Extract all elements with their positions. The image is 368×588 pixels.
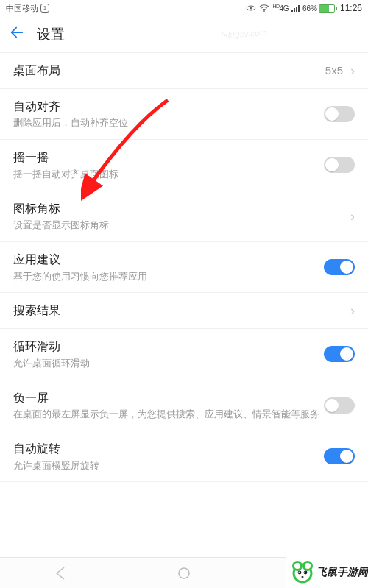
row-desc: 在桌面的最左屏显示负一屏，为您提供搜索、应用建议、情景智能等服务 bbox=[13, 408, 324, 421]
row-desc: 允许桌面循环滑动 bbox=[13, 358, 324, 370]
row-desc: 基于您的使用习惯向您推荐应用 bbox=[13, 271, 324, 283]
brand-text: 飞鼠手游网 bbox=[316, 566, 368, 579]
svg-point-9 bbox=[298, 571, 300, 573]
page-title: 设置 bbox=[37, 25, 65, 44]
eye-comfort-icon bbox=[246, 4, 256, 12]
row-title: 摇一摇 bbox=[13, 149, 324, 166]
row-title: 搜索结果 bbox=[13, 302, 350, 319]
row-desc: 摇一摇自动对齐桌面图标 bbox=[13, 169, 324, 181]
row-search-results[interactable]: 搜索结果 › bbox=[0, 293, 368, 329]
row-desktop-layout[interactable]: 桌面布局 5x5 › bbox=[0, 53, 368, 89]
row-title: 循环滑动 bbox=[13, 339, 324, 355]
battery-percent: 66% bbox=[302, 4, 317, 13]
switch-auto-rotate[interactable] bbox=[324, 448, 355, 464]
carrier-label: 中国移动 bbox=[6, 3, 38, 14]
row-title: 自动对齐 bbox=[13, 99, 324, 115]
row-auto-rotate[interactable]: 自动旋转 允许桌面横竖屏旋转 bbox=[0, 431, 368, 482]
row-app-suggestion[interactable]: 应用建议 基于您的使用习惯向您推荐应用 bbox=[0, 242, 368, 293]
svg-point-7 bbox=[298, 571, 302, 575]
row-title: 图标角标 bbox=[13, 201, 350, 217]
svg-point-2 bbox=[179, 568, 189, 578]
svg-point-11 bbox=[301, 576, 303, 578]
app-header: 设置 bbox=[0, 16, 368, 53]
back-button[interactable] bbox=[9, 24, 25, 45]
switch-shake[interactable] bbox=[324, 157, 355, 173]
row-title: 应用建议 bbox=[13, 252, 324, 268]
row-title: 负一屏 bbox=[13, 390, 324, 406]
row-title: 桌面布局 bbox=[13, 63, 325, 79]
status-right: HD4G 66% 11:26 bbox=[246, 3, 362, 13]
row-shake[interactable]: 摇一摇 摇一摇自动对齐桌面图标 bbox=[0, 140, 368, 191]
chevron-right-icon: › bbox=[350, 64, 355, 77]
row-desc: 允许桌面横竖屏旋转 bbox=[13, 460, 324, 472]
signal-icon bbox=[291, 5, 300, 12]
svg-point-0 bbox=[250, 7, 252, 9]
row-icon-badge[interactable]: 图标角标 设置是否显示图标角标 › bbox=[0, 191, 368, 242]
svg-point-1 bbox=[264, 10, 266, 12]
clock: 11:26 bbox=[340, 3, 362, 13]
svg-point-10 bbox=[304, 571, 305, 573]
row-minus-one-screen[interactable]: 负一屏 在桌面的最左屏显示负一屏，为您提供搜索、应用建议、情景智能等服务 bbox=[0, 380, 368, 431]
status-bar: 中国移动 1 HD4G 66% 11:26 bbox=[0, 0, 368, 16]
network-type: HD4G bbox=[272, 4, 288, 13]
brand-logo: 飞鼠手游网 bbox=[286, 557, 368, 588]
switch-minus-one[interactable] bbox=[324, 397, 355, 414]
svg-point-8 bbox=[304, 571, 308, 575]
row-desc: 设置是否显示图标角标 bbox=[13, 219, 350, 232]
row-auto-align[interactable]: 自动对齐 删除应用后，自动补齐空位 bbox=[0, 89, 368, 140]
settings-list: 桌面布局 5x5 › 自动对齐 删除应用后，自动补齐空位 摇一摇 摇一摇自动对齐… bbox=[0, 53, 368, 482]
row-value: 5x5 bbox=[325, 64, 343, 77]
nav-back[interactable] bbox=[32, 562, 91, 585]
mouse-icon bbox=[290, 560, 315, 585]
nav-home[interactable] bbox=[155, 562, 213, 585]
row-desc: 删除应用后，自动补齐空位 bbox=[13, 117, 324, 130]
switch-loop-scroll[interactable] bbox=[324, 346, 355, 362]
svg-point-5 bbox=[294, 562, 302, 570]
row-title: 自动旋转 bbox=[13, 441, 324, 457]
battery-indicator: 66% bbox=[302, 4, 337, 13]
switch-app-suggestion[interactable] bbox=[324, 259, 355, 275]
row-loop-scroll[interactable]: 循环滑动 允许桌面循环滑动 bbox=[0, 329, 368, 380]
chevron-right-icon: › bbox=[350, 210, 355, 223]
wifi-icon bbox=[259, 4, 269, 12]
switch-auto-align[interactable] bbox=[324, 106, 355, 122]
sim-slot-badge: 1 bbox=[40, 4, 49, 13]
chevron-right-icon: › bbox=[350, 304, 355, 317]
svg-point-6 bbox=[304, 562, 312, 570]
status-left: 中国移动 1 bbox=[6, 3, 49, 14]
